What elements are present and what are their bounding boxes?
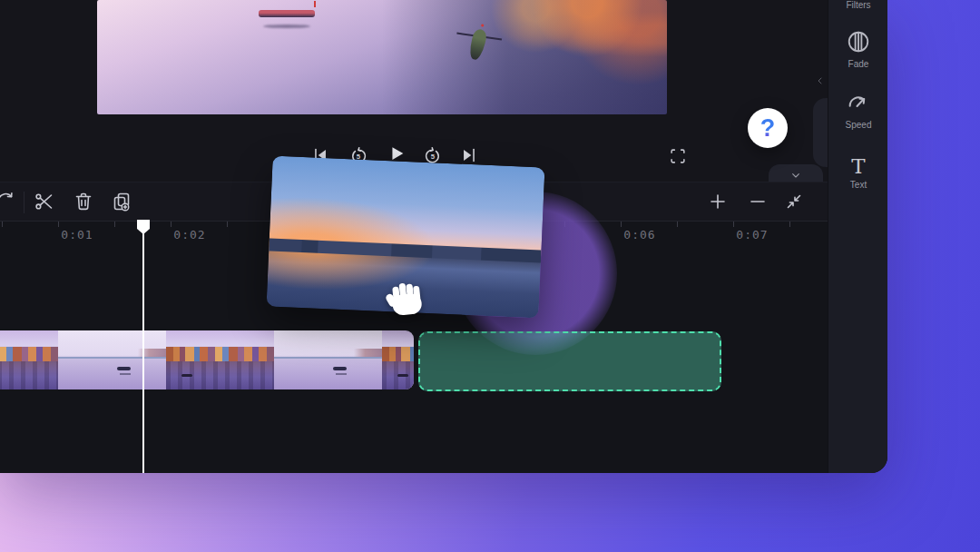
hand-drag-cursor bbox=[385, 272, 430, 321]
fullscreen-icon bbox=[668, 146, 688, 166]
playhead-line bbox=[142, 222, 144, 473]
question-mark-icon: ? bbox=[760, 114, 776, 143]
trash-icon bbox=[73, 191, 94, 212]
filmstrip-frame bbox=[0, 330, 58, 389]
preview-area: 5 5 bbox=[0, 0, 828, 182]
ruler-label: 0:06 bbox=[619, 228, 661, 242]
ruler-label: 0:07 bbox=[731, 228, 773, 242]
speed-icon bbox=[845, 104, 872, 119]
skip-to-end-icon bbox=[459, 145, 479, 165]
zoom-out-button[interactable] bbox=[747, 191, 770, 214]
sidebar-item-speed[interactable]: Speed bbox=[828, 89, 887, 130]
split-button[interactable] bbox=[34, 191, 57, 214]
editor-window: 5 5 bbox=[0, 0, 887, 473]
zoom-in-button[interactable] bbox=[707, 191, 730, 214]
video-clip-filmstrip[interactable] bbox=[0, 330, 414, 389]
ruler-label: 0:02 bbox=[169, 228, 211, 242]
sidebar-item-filters[interactable]: Filters bbox=[828, 0, 887, 10]
fullscreen-button[interactable] bbox=[668, 146, 688, 168]
sidebar-item-label: Fade bbox=[828, 59, 887, 69]
duplicate-button[interactable] bbox=[111, 191, 134, 214]
boat-silhouette bbox=[259, 4, 315, 22]
playhead-handle[interactable] bbox=[136, 219, 151, 235]
filmstrip-frame bbox=[274, 330, 382, 389]
svg-text:5: 5 bbox=[431, 153, 436, 161]
scissors-icon bbox=[34, 191, 55, 212]
sidebar-item-fade[interactable]: Fade bbox=[828, 28, 887, 69]
filmstrip-frame bbox=[382, 330, 414, 389]
help-button[interactable]: ? bbox=[748, 108, 788, 148]
delete-button[interactable] bbox=[73, 191, 96, 214]
sidebar-item-label: Speed bbox=[828, 120, 887, 130]
fade-icon bbox=[845, 43, 872, 58]
toolbar-divider bbox=[24, 192, 24, 213]
plus-icon bbox=[707, 191, 729, 212]
city-skyline bbox=[269, 239, 541, 262]
fit-to-screen-button[interactable] bbox=[783, 191, 807, 214]
minus-icon bbox=[747, 191, 769, 212]
collapse-arrows-icon bbox=[783, 191, 805, 212]
rowing-boat-silhouette bbox=[456, 20, 501, 69]
chevron-left-icon[interactable] bbox=[815, 73, 826, 89]
duplicate-icon bbox=[111, 191, 132, 212]
sidebar-item-label: Filters bbox=[828, 0, 887, 10]
filmstrip-frame bbox=[166, 330, 274, 389]
video-preview[interactable] bbox=[97, 0, 667, 114]
ruler-label: 0:01 bbox=[56, 228, 98, 242]
redo-icon bbox=[0, 191, 15, 212]
redo-button[interactable] bbox=[0, 191, 17, 214]
filmstrip-frame bbox=[58, 330, 166, 389]
text-icon: T bbox=[828, 153, 887, 180]
sidebar-item-text[interactable]: T Text bbox=[828, 153, 887, 190]
clip-drop-zone[interactable] bbox=[418, 331, 721, 391]
chevron-down-icon bbox=[789, 168, 803, 182]
properties-sidebar: Filters Fade Speed T Text bbox=[828, 0, 887, 473]
sidebar-item-label: Text bbox=[828, 180, 887, 190]
